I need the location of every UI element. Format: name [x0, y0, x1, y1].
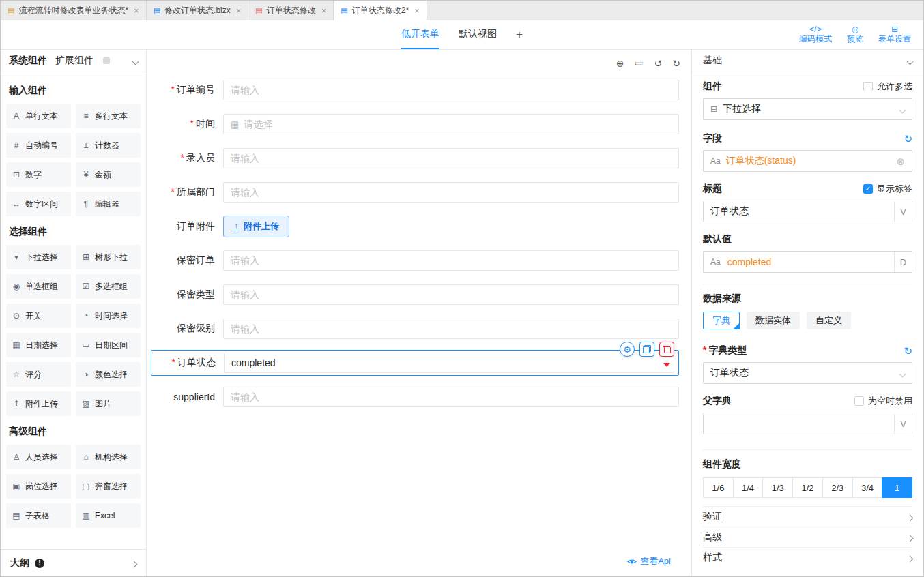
width-option-full-selected[interactable]: 1: [882, 477, 912, 498]
palette-item-tree-select[interactable]: ⊞树形下拉: [76, 245, 141, 269]
field-copy-button[interactable]: [639, 342, 654, 357]
palette-item-number[interactable]: ⊡数字: [6, 162, 71, 187]
tab-lowcode-form[interactable]: 低开表单: [401, 20, 439, 49]
parent-dict-input[interactable]: [704, 413, 894, 434]
refresh-icon[interactable]: ↻: [904, 346, 912, 356]
text-input[interactable]: [231, 255, 672, 266]
palette-item-editor[interactable]: ¶编辑器: [76, 192, 141, 216]
props-collapse-button[interactable]: [908, 55, 912, 66]
panel-grip-icon[interactable]: [103, 57, 110, 64]
doc-tab-1[interactable]: ▤ 流程流转时修改表单业务状态* ×: [1, 1, 147, 20]
form-field-attachment[interactable]: 订单附件 ↑ 附件上传: [151, 209, 679, 243]
date-input[interactable]: [244, 119, 672, 130]
form-field-department[interactable]: 所属部门: [151, 175, 679, 209]
text-input[interactable]: [231, 153, 672, 164]
datasource-dict-button[interactable]: 字典: [703, 312, 740, 329]
view-api-link[interactable]: 查看Api: [640, 555, 671, 567]
palette-item-multi-line-text[interactable]: ≡多行文本: [76, 104, 141, 128]
undo-icon[interactable]: ↺: [654, 59, 663, 68]
disable-when-empty-checkbox[interactable]: [854, 396, 864, 406]
width-option-1-3[interactable]: 1/3: [762, 477, 793, 498]
field-settings-button[interactable]: ⚙: [620, 342, 635, 357]
clear-icon[interactable]: ⊗: [896, 156, 905, 166]
datasource-custom-button[interactable]: 自定义: [807, 312, 851, 329]
width-option-1-4[interactable]: 1/4: [733, 477, 764, 498]
form-field-secret-type[interactable]: 保密类型: [151, 278, 679, 312]
default-value-input[interactable]: [721, 252, 894, 272]
tab-extension-components[interactable]: 扩展组件: [55, 55, 93, 67]
palette-item-counter[interactable]: ±计数器: [76, 133, 141, 158]
doc-tab-2[interactable]: ▤ 修改订单状态.bizx ×: [147, 1, 249, 20]
palette-item-image[interactable]: ▨图片: [76, 391, 141, 416]
palette-item-switch[interactable]: ⊙开关: [6, 304, 71, 328]
form-field-supplier-id[interactable]: supplierId: [151, 380, 679, 414]
props-header[interactable]: 基础: [692, 50, 923, 72]
width-option-1-6[interactable]: 1/6: [703, 477, 734, 498]
order-status-input[interactable]: [231, 357, 667, 368]
form-field-order-no[interactable]: 订单编号: [151, 73, 679, 107]
form-field-recorder[interactable]: 录入员: [151, 141, 679, 175]
palette-collapse-button[interactable]: [133, 55, 138, 66]
file-upload-button[interactable]: ↑ 附件上传: [223, 216, 289, 237]
preview-button[interactable]: ◎ 预览: [847, 25, 863, 44]
text-input[interactable]: [231, 323, 672, 334]
form-settings-button[interactable]: ⊞ 表单设置: [878, 25, 911, 44]
palette-item-time-picker[interactable]: ◔时间选择: [76, 304, 141, 328]
palette-item-amount[interactable]: ¥金额: [76, 162, 141, 187]
text-input[interactable]: [231, 85, 672, 95]
palette-item-excel[interactable]: ▥Excel: [76, 503, 141, 528]
code-mode-button[interactable]: </> 编码模式: [799, 25, 832, 44]
palette-item-auto-number[interactable]: #自动编号: [6, 133, 71, 158]
section-advanced[interactable]: 高级: [703, 527, 912, 547]
form-field-secret-level[interactable]: 保密级别: [151, 312, 679, 346]
doc-tab-4-active[interactable]: ▤ 订单状态修改2* ×: [334, 1, 427, 20]
palette-item-date-range[interactable]: ▭日期区间: [76, 333, 141, 357]
refresh-icon[interactable]: ↻: [904, 134, 912, 144]
palette-item-sub-table[interactable]: ▤子表格: [6, 503, 71, 528]
allow-multiple-checkbox[interactable]: [863, 82, 873, 91]
show-label-checkbox[interactable]: ✓: [863, 184, 873, 194]
title-input[interactable]: [704, 201, 894, 222]
tab-system-components[interactable]: 系统组件: [9, 55, 47, 67]
field-binding-box[interactable]: Aa 订单状态(status) ⊗: [703, 150, 912, 172]
close-icon[interactable]: ×: [236, 6, 242, 15]
width-option-3-4[interactable]: 3/4: [852, 477, 883, 498]
section-validation[interactable]: 验证: [703, 506, 912, 527]
variable-button[interactable]: V: [894, 413, 912, 434]
dynamic-value-button[interactable]: D: [894, 252, 912, 272]
width-option-1-2[interactable]: 1/2: [792, 477, 823, 498]
palette-item-position-select[interactable]: ▣岗位选择: [6, 474, 71, 499]
text-input[interactable]: [231, 289, 672, 300]
palette-item-dropdown-select[interactable]: ▾下拉选择: [6, 245, 71, 269]
palette-item-color-picker[interactable]: ◑颜色选择: [76, 362, 141, 387]
section-style[interactable]: 样式: [703, 547, 912, 567]
component-type-select[interactable]: ⊟ 下拉选择: [703, 98, 912, 120]
palette-item-date-picker[interactable]: ▦日期选择: [6, 333, 71, 357]
dict-type-select[interactable]: 订单状态: [703, 362, 912, 384]
palette-item-popup-select[interactable]: ▢弹窗选择: [76, 474, 141, 499]
form-field-time[interactable]: 时间 ▦: [151, 107, 679, 141]
outline-expand-button[interactable]: [132, 558, 136, 569]
form-field-secret-order[interactable]: 保密订单: [151, 243, 679, 278]
add-view-button[interactable]: +: [516, 28, 523, 42]
text-input[interactable]: [231, 187, 672, 198]
close-icon[interactable]: ×: [134, 6, 139, 15]
variable-button[interactable]: V: [894, 201, 912, 222]
palette-item-rating[interactable]: ☆评分: [6, 362, 71, 387]
palette-item-single-line-text[interactable]: A单行文本: [6, 104, 71, 128]
palette-item-checkbox-group[interactable]: ☑多选框组: [76, 274, 141, 299]
globe-icon[interactable]: ⊕: [616, 59, 624, 68]
palette-item-user-select[interactable]: ♙人员选择: [6, 445, 71, 469]
width-option-2-3[interactable]: 2/3: [822, 477, 853, 498]
close-icon[interactable]: ×: [414, 6, 420, 15]
outline-bar[interactable]: 大纲 !: [1, 549, 146, 576]
palette-item-number-range[interactable]: ↔数字区间: [6, 192, 71, 216]
field-delete-button[interactable]: [659, 342, 674, 357]
palette-item-org-select[interactable]: ⌂机构选择: [76, 445, 141, 469]
datasource-entity-button[interactable]: 数据实体: [747, 312, 800, 329]
palette-item-file-upload[interactable]: ↥附件上传: [6, 391, 71, 416]
doc-tab-3[interactable]: ▤ 订单状态修改 ×: [248, 1, 334, 20]
palette-item-radio-group[interactable]: ◉单选框组: [6, 274, 71, 299]
close-icon[interactable]: ×: [321, 6, 327, 15]
tab-default-view[interactable]: 默认视图: [459, 20, 497, 49]
